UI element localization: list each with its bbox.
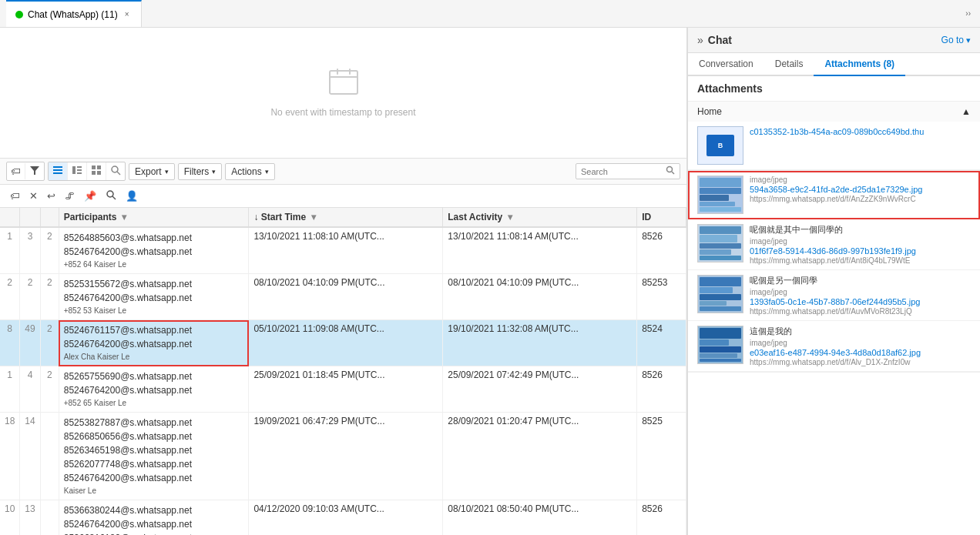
table-row[interactable]: 849285246761157@s.whatsapp.net8524676420… (0, 320, 686, 366)
conversations-table: Participants ▾ ↓ Start Time ▾ Last Activ… (0, 208, 686, 535)
col-start-time-cell: 13/10/2021 11:08:10 AM(UTC... (249, 227, 443, 274)
col-start-time-cell: 08/10/2021 04:10:09 PM(UTC... (249, 274, 443, 320)
col-id-cell: 85253 (637, 274, 686, 320)
col-num: 8 (0, 320, 20, 366)
table-header-row: Participants ▾ ↓ Start Time ▾ Last Activ… (0, 208, 686, 227)
table-row[interactable]: 101385366380244@s.whatsapp.net8524676420… (0, 500, 686, 536)
col-c1: 14 (20, 413, 40, 500)
attachment-group-images: image/jpeg 594a3658-e9c2-41fd-a2de-d25da… (688, 171, 980, 373)
timeline-message: No event with timestamp to present (270, 107, 415, 118)
tag-toolbar-icon[interactable]: 🏷 (6, 188, 24, 204)
go-to-link[interactable]: Go to ▾ (941, 35, 971, 45)
export-button[interactable]: Export ▾ (129, 163, 175, 180)
tab-close-button[interactable]: × (123, 9, 132, 19)
right-header: » Chat Go to ▾ (688, 28, 980, 53)
filters-chevron: ▾ (212, 168, 216, 176)
close-toolbar-icon[interactable]: ✕ (25, 188, 42, 204)
timeline-area: No event with timestamp to present (0, 28, 686, 159)
attachment-item-home[interactable]: B c0135352-1b3b-454a-ac09-089b0cc649bd.t… (688, 122, 980, 170)
table-row[interactable]: 181485253827887@s.whatsapp.net8526685065… (0, 413, 686, 500)
attachment-item-4[interactable]: 這個是我的 image/jpeg e03eaf16-e487-4994-94e3… (688, 321, 980, 372)
reply-toolbar-icon[interactable]: ↩ (43, 188, 59, 204)
svg-rect-14 (92, 171, 96, 175)
att-name-home: c0135352-1b3b-454a-ac09-089b0cc649bd.thu (750, 127, 971, 136)
col-c2 (40, 413, 59, 500)
col-id-cell: 8526 (637, 227, 686, 274)
minimize-button[interactable]: ›› (962, 8, 974, 19)
filter-icon-group: 🏷 (6, 162, 45, 181)
svg-rect-6 (53, 169, 62, 171)
att-name-2: 01f6f7e8-5914-43d6-86d9-997b193fe1f9.jpg (750, 246, 971, 256)
participants-sort-arrow: ▾ (122, 212, 126, 222)
search-input[interactable] (581, 167, 666, 176)
right-tabs: Conversation Details Attachments (8) (688, 53, 980, 76)
filters-button[interactable]: Filters ▾ (178, 163, 223, 180)
search2-toolbar-icon[interactable] (102, 187, 120, 205)
attachment-item-1[interactable]: image/jpeg 594a3658-e9c2-41fd-a2de-d25da… (688, 171, 980, 219)
attachment-group-header-home[interactable]: Home ▲ (688, 102, 980, 122)
col-participants[interactable]: Participants ▾ (59, 208, 249, 227)
tab-details[interactable]: Details (764, 53, 814, 76)
col-empty3 (40, 208, 59, 227)
col-num: 10 (0, 500, 20, 536)
table-row[interactable]: 13285264885603@s.whatsapp.net85246764200… (0, 227, 686, 274)
pin-toolbar-icon[interactable]: 📌 (80, 188, 100, 204)
att-info-2: 呢個就是其中一個同學的 image/jpeg 01f6f7e8-5914-43d… (750, 224, 971, 265)
toolbar: 🏷 (0, 159, 686, 185)
col-last-activity-cell: 13/10/2021 11:08:14 AM(UTC... (443, 227, 637, 274)
attachment-item-3[interactable]: 呢個是另一個同學 image/jpeg 1393fa05-0c1e-45b7-8… (688, 270, 980, 321)
att-url-3: https://mmg.whatsapp.net/d/f/AuvMVoR8t23… (750, 307, 971, 316)
svg-line-21 (112, 196, 116, 199)
filter-icon[interactable] (25, 162, 44, 180)
att-type-1: image/jpeg (750, 176, 971, 184)
clip-toolbar-icon[interactable]: 🖇 (61, 188, 79, 204)
table-row[interactable]: 22285253155672@s.whatsapp.net85246764200… (0, 274, 686, 320)
tag-icon[interactable]: 🏷 (7, 163, 25, 179)
att-caption-3: 呢個是另一個同學 (750, 275, 971, 286)
col-id-cell: 8524 (637, 320, 686, 366)
view-toggle-group (48, 162, 126, 181)
detail-view-icon[interactable] (68, 162, 87, 180)
list-view-icon[interactable] (49, 162, 68, 180)
active-tab[interactable]: Chat (WhatsApp) (11) × (6, 0, 142, 27)
col-c2 (40, 500, 59, 536)
col-start-time[interactable]: ↓ Start Time ▾ (249, 208, 443, 227)
top-bar: Chat (WhatsApp) (11) × ›› (0, 0, 980, 28)
col-participants-cell: 85253827887@s.whatsapp.net85266850656@s.… (59, 413, 249, 500)
right-panel-title: Chat (708, 34, 732, 46)
col-empty2 (20, 208, 40, 227)
search-box (576, 163, 680, 179)
col-start-time-cell: 04/12/2020 09:10:03 AM(UTC... (249, 500, 443, 536)
left-panel: No event with timestamp to present 🏷 (0, 28, 687, 535)
svg-rect-11 (77, 172, 82, 174)
person-toolbar-icon[interactable]: 👤 (122, 188, 142, 204)
svg-point-16 (112, 166, 118, 172)
att-caption-2: 呢個就是其中一個同學的 (750, 224, 971, 236)
tab-attachments[interactable]: Attachments (8) (814, 53, 905, 76)
svg-rect-9 (77, 166, 82, 168)
att-url-2: https://mmg.whatsapp.net/d/f/Ant8iQ4bL79… (750, 256, 971, 265)
col-num: 1 (0, 366, 20, 413)
tile-view-icon[interactable] (87, 162, 106, 180)
svg-rect-8 (72, 166, 76, 174)
search-icon-btn[interactable] (666, 166, 675, 177)
table-row[interactable]: 14285265755690@s.whatsapp.net85246764200… (0, 366, 686, 413)
col-start-time-cell: 25/09/2021 01:18:45 PM(UTC... (249, 366, 443, 413)
right-panel-chevron[interactable]: » (697, 34, 703, 46)
svg-rect-15 (97, 171, 101, 175)
col-id[interactable]: ID (637, 208, 686, 227)
col-participants-cell: 85265755690@s.whatsapp.net85246764200@s.… (59, 366, 249, 413)
att-url-1: https://mmg.whatsapp.net/d/f/AnZzZK9nWvR… (750, 195, 971, 203)
col-start-time-cell: 19/09/2021 06:47:29 PM(UTC... (249, 413, 443, 500)
attachment-item-2[interactable]: 呢個就是其中一個同學的 image/jpeg 01f6f7e8-5914-43d… (688, 219, 980, 270)
tab-conversation[interactable]: Conversation (688, 53, 764, 76)
col-last-activity[interactable]: Last Activity ▾ (443, 208, 637, 227)
col-c2: 2 (40, 274, 59, 320)
col-c2: 2 (40, 320, 59, 366)
att-info-3: 呢個是另一個同學 image/jpeg 1393fa05-0c1e-45b7-8… (750, 275, 971, 316)
col-participants-cell: 85366380244@s.whatsapp.net85246764200@s.… (59, 500, 249, 536)
actions-button[interactable]: Actions ▾ (225, 163, 274, 180)
search-icon[interactable] (106, 162, 125, 180)
col-empty1 (0, 208, 20, 227)
calendar-icon (328, 68, 359, 101)
